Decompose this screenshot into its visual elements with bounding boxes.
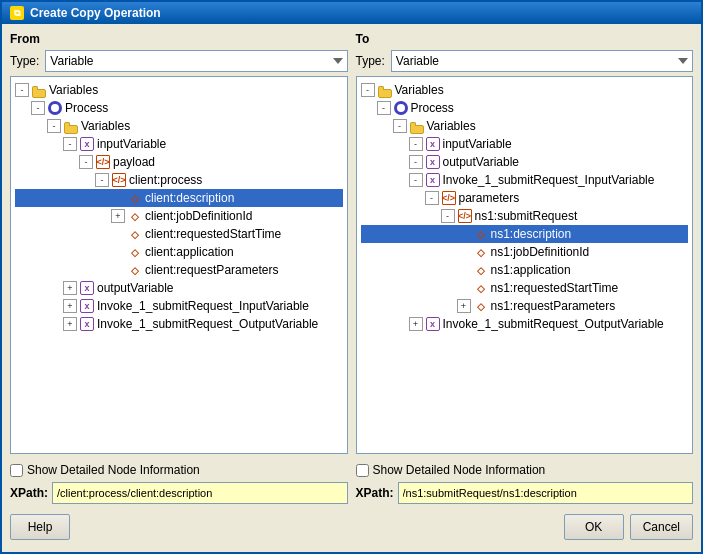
tree-expander[interactable]: - [15,83,29,97]
tree-node[interactable]: ◇client:description [15,189,343,207]
node-label: outputVariable [97,281,174,295]
attribute-icon: ◇ [127,226,143,242]
tree-node[interactable]: -xinputVariable [15,135,343,153]
to-checkbox-row: Show Detailed Node Information [356,460,694,480]
to-type-row: Type: Variable Expression Literal [356,50,694,72]
node-label: parameters [459,191,520,205]
tree-expander[interactable]: + [63,281,77,295]
tree-expander[interactable]: - [47,119,61,133]
tree-node[interactable]: -</>payload [15,153,343,171]
tree-node[interactable]: - Variables [15,117,343,135]
folder-icon [63,118,79,134]
to-xpath-input[interactable] [398,482,693,504]
tree-node[interactable]: +xInvoke_1_submitRequest_OutputVariable [15,315,343,333]
node-label: Invoke_1_submitRequest_InputVariable [97,299,309,313]
from-panel: From Type: Variable Expression Literal -… [10,32,348,454]
node-label: ns1:requestedStartTime [491,281,619,295]
attribute-icon: ◇ [127,208,143,224]
tree-node[interactable]: - Process [15,99,343,117]
tree-expander[interactable]: - [409,155,423,169]
node-label: inputVariable [443,137,512,151]
tree-node[interactable]: -</>ns1:submitRequest [361,207,689,225]
tree-expander[interactable]: - [409,173,423,187]
dialog-body: From Type: Variable Expression Literal -… [2,24,701,552]
tree-expander[interactable]: - [63,137,77,151]
from-show-detail-checkbox[interactable] [10,464,23,477]
tree-expander[interactable]: - [79,155,93,169]
node-label: payload [113,155,155,169]
cancel-button[interactable]: Cancel [630,514,693,540]
tree-expander[interactable]: - [409,137,423,151]
tree-node[interactable]: -</>parameters [361,189,689,207]
node-label: Process [65,101,108,115]
to-tree[interactable]: - Variables- Process- Variables-xinputVa… [356,76,694,454]
tree-node[interactable]: ◇ns1:application [361,261,689,279]
tree-expander[interactable]: - [95,173,109,187]
tree-expander[interactable]: - [377,101,391,115]
tree-node[interactable]: - Variables [361,81,689,99]
tree-expander[interactable]: - [31,101,45,115]
from-tree[interactable]: - Variables- Process- Variables-xinputVa… [10,76,348,454]
tree-node[interactable]: ◇client:requestParameters [15,261,343,279]
attribute-icon: ◇ [473,298,489,314]
attribute-icon: ◇ [473,244,489,260]
to-xpath-label: XPath: [356,486,394,500]
attribute-icon: ◇ [473,280,489,296]
node-label: client:process [129,173,202,187]
element-icon: </> [441,190,457,206]
tree-expander [457,263,471,277]
tree-node[interactable]: -</>client:process [15,171,343,189]
tree-node[interactable]: +xoutputVariable [15,279,343,297]
from-checkbox-label: Show Detailed Node Information [27,463,200,477]
process-icon [393,100,409,116]
node-label: client:application [145,245,234,259]
tree-node[interactable]: ◇client:requestedStartTime [15,225,343,243]
from-xpath-label: XPath: [10,486,48,500]
folder-icon [409,118,425,134]
from-xpath-panel: Show Detailed Node Information XPath: [10,460,348,504]
folder-icon [377,82,393,98]
node-label: Invoke_1_submitRequest_OutputVariable [97,317,318,331]
tree-expander[interactable]: - [425,191,439,205]
tree-node[interactable]: +◇ns1:requestParameters [361,297,689,315]
tree-expander[interactable]: - [393,119,407,133]
from-xpath-row: XPath: [10,482,348,504]
tree-expander [111,227,125,241]
tree-node[interactable]: - Variables [361,117,689,135]
node-label: ns1:submitRequest [475,209,578,223]
tree-expander[interactable]: - [441,209,455,223]
help-button[interactable]: Help [10,514,70,540]
to-show-detail-checkbox[interactable] [356,464,369,477]
tree-expander[interactable]: + [409,317,423,331]
ok-button[interactable]: OK [564,514,624,540]
from-title: From [10,32,348,46]
panels-row: From Type: Variable Expression Literal -… [10,32,693,454]
tree-node[interactable]: +xInvoke_1_submitRequest_OutputVariable [361,315,689,333]
node-label: inputVariable [97,137,166,151]
tree-expander[interactable]: + [111,209,125,223]
element-icon: </> [457,208,473,224]
node-label: Invoke_1_submitRequest_InputVariable [443,173,655,187]
tree-node[interactable]: ◇client:application [15,243,343,261]
variable-icon: x [79,298,95,314]
tree-node[interactable]: ◇ns1:jobDefinitionId [361,243,689,261]
to-type-select[interactable]: Variable Expression Literal [391,50,693,72]
tree-expander[interactable]: + [63,317,77,331]
tree-node[interactable]: ◇ns1:description [361,225,689,243]
from-type-select[interactable]: Variable Expression Literal [45,50,347,72]
tree-node[interactable]: +xInvoke_1_submitRequest_InputVariable [15,297,343,315]
to-type-label: Type: [356,54,385,68]
tree-expander[interactable]: - [361,83,375,97]
tree-expander[interactable]: + [457,299,471,313]
variable-icon: x [79,316,95,332]
tree-node[interactable]: - Variables [15,81,343,99]
tree-expander[interactable]: + [63,299,77,313]
tree-node[interactable]: - Process [361,99,689,117]
tree-node[interactable]: ◇ns1:requestedStartTime [361,279,689,297]
attribute-icon: ◇ [127,262,143,278]
from-xpath-input[interactable] [52,482,347,504]
tree-node[interactable]: -xinputVariable [361,135,689,153]
tree-node[interactable]: -xInvoke_1_submitRequest_InputVariable [361,171,689,189]
tree-node[interactable]: -xoutputVariable [361,153,689,171]
tree-node[interactable]: +◇client:jobDefinitionId [15,207,343,225]
